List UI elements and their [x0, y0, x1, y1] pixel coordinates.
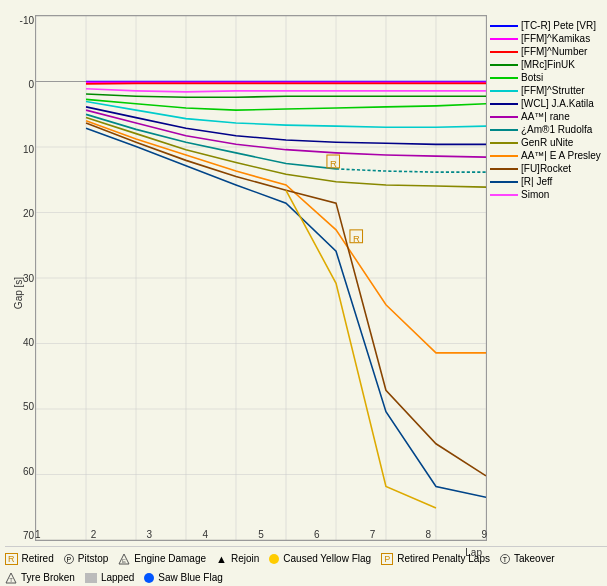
penalty-label: Retired Penalty Laps [397, 553, 490, 564]
legend-rejoin: ▲ Rejoin [216, 553, 259, 565]
legend-label-10: GenR uNite [521, 137, 573, 148]
legend-line-12 [490, 168, 518, 170]
caused-yellow-label: Caused Yellow Flag [283, 553, 371, 564]
pitstop-symbol: P [64, 554, 74, 564]
x-tick-1: 1 [35, 529, 41, 540]
engine-damage-symbol: E [118, 553, 130, 565]
legend-label-2: [FFM]^Kamikas [521, 33, 590, 44]
x-axis-labels: 1 2 3 4 5 6 7 8 9 [35, 528, 487, 541]
legend-label-4: [MRc]FinUK [521, 59, 575, 70]
saw-blue-label: Saw Blue Flag [158, 572, 222, 583]
x-tick-7: 7 [370, 529, 376, 540]
y-axis-label: Gap [s] [13, 277, 24, 309]
legend-line-4 [490, 64, 518, 66]
legend-caused-yellow: Caused Yellow Flag [269, 553, 371, 564]
chart-svg: R R [36, 16, 486, 540]
legend-retired: R Retired [5, 553, 54, 565]
legend-line-5 [490, 77, 518, 79]
legend-line-8 [490, 116, 518, 118]
saw-blue-symbol [144, 573, 154, 583]
rejoin-label: Rejoin [231, 553, 259, 564]
chart-container: -10 0 10 20 30 40 50 60 70 [0, 0, 607, 586]
legend-item-5: Botsi [490, 72, 605, 83]
legend-penalty-laps: P Retired Penalty Laps [381, 553, 490, 565]
legend-label-5: Botsi [521, 72, 543, 83]
legend-line-9 [490, 129, 518, 131]
y-tick-30: 30 [23, 273, 34, 284]
legend-item-11: AA™| E A Presley [490, 150, 605, 161]
lapped-label: Lapped [101, 572, 134, 583]
legend-item-2: [FFM]^Kamikas [490, 33, 605, 44]
legend-pitstop: P Pitstop [64, 553, 109, 564]
legend-lapped: Lapped [85, 572, 134, 583]
legend-item-6: [FFM]^Strutter [490, 85, 605, 96]
tyre-broken-symbol: T [5, 572, 17, 584]
legend-takeover: T Takeover [500, 553, 555, 564]
svg-text:T: T [9, 577, 13, 583]
legend-label-6: [FFM]^Strutter [521, 85, 585, 96]
legend-item-13: [R| Jeff [490, 176, 605, 187]
y-tick-70: 70 [23, 530, 34, 541]
legend-item-10: GenR uNite [490, 137, 605, 148]
retired-symbol: R [5, 553, 18, 565]
legend-right: [TC-R] Pete [VR] [FFM]^Kamikas [FFM]^Num… [490, 20, 605, 200]
rejoin-symbol: ▲ [216, 553, 227, 565]
legend-tyre-broken: T Tyre Broken [5, 572, 75, 584]
legend-label-8: AA™| rane [521, 111, 570, 122]
legend-item-7: [WCL] J.A.Katila [490, 98, 605, 109]
y-tick-20: 20 [23, 208, 34, 219]
legend-line-13 [490, 181, 518, 183]
legend-label-12: [FU]Rocket [521, 163, 571, 174]
legend-line-7 [490, 103, 518, 105]
retired-label: Retired [22, 553, 54, 564]
legend-item-4: [MRc]FinUK [490, 59, 605, 70]
legend-label-14: Simon [521, 189, 549, 200]
takeover-label: Takeover [514, 553, 555, 564]
lapped-symbol [85, 573, 97, 583]
svg-text:R: R [353, 233, 360, 244]
penalty-symbol: P [381, 553, 393, 565]
legend-line-1 [490, 25, 518, 27]
legend-label-7: [WCL] J.A.Katila [521, 98, 594, 109]
x-tick-3: 3 [147, 529, 153, 540]
legend-item-12: [FU]Rocket [490, 163, 605, 174]
legend-line-3 [490, 51, 518, 53]
x-tick-8: 8 [426, 529, 432, 540]
svg-text:R: R [330, 158, 337, 169]
caused-yellow-symbol [269, 554, 279, 564]
takeover-symbol: T [500, 554, 510, 564]
x-tick-2: 2 [91, 529, 97, 540]
x-tick-4: 4 [202, 529, 208, 540]
y-tick-10: 10 [23, 144, 34, 155]
legend-line-6 [490, 90, 518, 92]
legend-label-9: ¿Am®1 Rudolfa [521, 124, 592, 135]
legend-line-11 [490, 155, 518, 157]
legend-item-9: ¿Am®1 Rudolfa [490, 124, 605, 135]
x-tick-5: 5 [258, 529, 264, 540]
y-tick-60: 60 [23, 466, 34, 477]
legend-label-11: AA™| E A Presley [521, 150, 601, 161]
y-tick-50: 50 [23, 401, 34, 412]
y-tick-0: 0 [28, 79, 34, 90]
legend-item-3: [FFM]^Number [490, 46, 605, 57]
legend-label-3: [FFM]^Number [521, 46, 587, 57]
x-tick-6: 6 [314, 529, 320, 540]
legend-item-14: Simon [490, 189, 605, 200]
legend-engine-damage: E Engine Damage [118, 553, 206, 565]
legend-label-13: [R| Jeff [521, 176, 552, 187]
x-tick-9: 9 [481, 529, 487, 540]
legend-item-8: AA™| rane [490, 111, 605, 122]
y-tick-minus10: -10 [20, 15, 34, 26]
legend-line-14 [490, 194, 518, 196]
legend-label-1: [TC-R] Pete [VR] [521, 20, 596, 31]
legend-line-10 [490, 142, 518, 144]
legend-saw-blue: Saw Blue Flag [144, 572, 222, 583]
legend-line-2 [490, 38, 518, 40]
chart-area: R R [35, 15, 487, 541]
svg-text:E: E [122, 558, 126, 564]
tyre-broken-label: Tyre Broken [21, 572, 75, 583]
engine-damage-label: Engine Damage [134, 553, 206, 564]
pitstop-label: Pitstop [78, 553, 109, 564]
y-tick-40: 40 [23, 337, 34, 348]
legend-item-1: [TC-R] Pete [VR] [490, 20, 605, 31]
